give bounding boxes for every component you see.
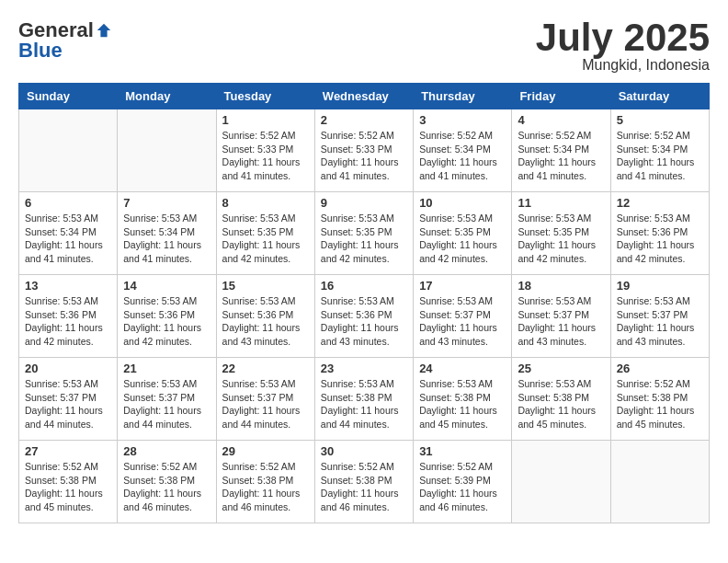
day-number: 13 (25, 279, 111, 293)
day-info: Sunrise: 5:52 AMSunset: 5:34 PMDaylight:… (617, 129, 703, 183)
calendar-cell: 2Sunrise: 5:52 AMSunset: 5:33 PMDaylight… (314, 109, 413, 192)
day-number: 15 (222, 279, 309, 293)
day-info: Sunrise: 5:53 AMSunset: 5:37 PMDaylight:… (123, 377, 210, 431)
day-info: Sunrise: 5:53 AMSunset: 5:35 PMDaylight:… (222, 212, 309, 266)
calendar-cell: 13Sunrise: 5:53 AMSunset: 5:36 PMDayligh… (19, 275, 118, 358)
calendar-cell: 25Sunrise: 5:53 AMSunset: 5:38 PMDayligh… (512, 358, 610, 441)
day-number: 12 (617, 196, 703, 210)
calendar-cell: 28Sunrise: 5:52 AMSunset: 5:38 PMDayligh… (118, 441, 216, 523)
day-number: 4 (518, 113, 604, 127)
day-number: 26 (617, 362, 703, 375)
day-info: Sunrise: 5:53 AMSunset: 5:37 PMDaylight:… (25, 377, 111, 431)
calendar-cell: 11Sunrise: 5:53 AMSunset: 5:35 PMDayligh… (512, 192, 610, 275)
calendar-cell: 19Sunrise: 5:53 AMSunset: 5:37 PMDayligh… (610, 275, 709, 358)
calendar-week-row: 6Sunrise: 5:53 AMSunset: 5:34 PMDaylight… (19, 192, 710, 275)
day-number: 17 (419, 279, 506, 293)
logo-blue: Blue (18, 39, 63, 63)
calendar-cell: 9Sunrise: 5:53 AMSunset: 5:35 PMDaylight… (314, 192, 413, 275)
day-number: 9 (321, 196, 407, 210)
calendar-cell: 20Sunrise: 5:53 AMSunset: 5:37 PMDayligh… (19, 358, 118, 441)
day-number: 8 (222, 196, 309, 210)
day-info: Sunrise: 5:53 AMSunset: 5:38 PMDaylight:… (419, 377, 506, 431)
day-info: Sunrise: 5:53 AMSunset: 5:38 PMDaylight:… (518, 377, 604, 431)
calendar-week-row: 13Sunrise: 5:53 AMSunset: 5:36 PMDayligh… (19, 275, 710, 358)
day-number: 11 (518, 196, 604, 210)
logo-icon (96, 22, 112, 39)
calendar-cell: 1Sunrise: 5:52 AMSunset: 5:33 PMDaylight… (216, 109, 314, 192)
day-info: Sunrise: 5:52 AMSunset: 5:38 PMDaylight:… (222, 460, 309, 514)
day-info: Sunrise: 5:52 AMSunset: 5:38 PMDaylight:… (25, 460, 111, 514)
day-info: Sunrise: 5:53 AMSunset: 5:34 PMDaylight:… (25, 212, 111, 266)
logo: General Blue (18, 18, 112, 63)
calendar-cell: 31Sunrise: 5:52 AMSunset: 5:39 PMDayligh… (414, 441, 512, 523)
day-info: Sunrise: 5:53 AMSunset: 5:36 PMDaylight:… (617, 212, 703, 266)
weekday-header: Saturday (610, 84, 709, 109)
day-number: 16 (321, 279, 407, 293)
calendar-week-row: 20Sunrise: 5:53 AMSunset: 5:37 PMDayligh… (19, 358, 710, 441)
day-number: 2 (321, 113, 407, 127)
weekday-header: Monday (118, 84, 216, 109)
calendar-cell: 5Sunrise: 5:52 AMSunset: 5:34 PMDaylight… (610, 109, 709, 192)
day-info: Sunrise: 5:53 AMSunset: 5:37 PMDaylight:… (518, 294, 604, 349)
calendar-header-row: SundayMondayTuesdayWednesdayThursdayFrid… (19, 84, 710, 109)
title-block: July 2025 Mungkid, Indonesia (536, 18, 710, 74)
day-number: 19 (617, 279, 703, 293)
calendar-cell: 7Sunrise: 5:53 AMSunset: 5:34 PMDaylight… (118, 192, 216, 275)
day-info: Sunrise: 5:53 AMSunset: 5:35 PMDaylight:… (321, 212, 407, 266)
day-info: Sunrise: 5:52 AMSunset: 5:33 PMDaylight:… (222, 129, 309, 183)
day-number: 27 (25, 444, 111, 458)
calendar-cell: 30Sunrise: 5:52 AMSunset: 5:38 PMDayligh… (314, 441, 413, 523)
day-info: Sunrise: 5:53 AMSunset: 5:36 PMDaylight:… (222, 294, 309, 349)
calendar-cell: 17Sunrise: 5:53 AMSunset: 5:37 PMDayligh… (414, 275, 512, 358)
day-number: 21 (123, 362, 210, 375)
day-number: 22 (222, 362, 309, 375)
calendar-cell: 26Sunrise: 5:52 AMSunset: 5:38 PMDayligh… (610, 358, 709, 441)
day-number: 28 (123, 444, 210, 458)
weekday-header: Wednesday (314, 84, 413, 109)
day-number: 30 (321, 444, 407, 458)
day-number: 10 (419, 196, 506, 210)
location: Mungkid, Indonesia (536, 57, 710, 74)
calendar-cell: 4Sunrise: 5:52 AMSunset: 5:34 PMDaylight… (512, 109, 610, 192)
calendar-cell (118, 109, 216, 192)
day-number: 29 (222, 444, 309, 458)
calendar-cell: 29Sunrise: 5:52 AMSunset: 5:38 PMDayligh… (216, 441, 314, 523)
day-info: Sunrise: 5:53 AMSunset: 5:35 PMDaylight:… (419, 212, 506, 266)
calendar-week-row: 1Sunrise: 5:52 AMSunset: 5:33 PMDaylight… (19, 109, 710, 192)
day-info: Sunrise: 5:52 AMSunset: 5:33 PMDaylight:… (321, 129, 407, 183)
day-info: Sunrise: 5:52 AMSunset: 5:38 PMDaylight:… (321, 460, 407, 514)
page-header: General Blue July 2025 Mungkid, Indonesi… (18, 18, 710, 74)
calendar-cell: 23Sunrise: 5:53 AMSunset: 5:38 PMDayligh… (314, 358, 413, 441)
day-number: 1 (222, 113, 309, 127)
day-info: Sunrise: 5:53 AMSunset: 5:36 PMDaylight:… (321, 294, 407, 349)
calendar-cell (512, 441, 610, 523)
calendar-cell: 27Sunrise: 5:52 AMSunset: 5:38 PMDayligh… (19, 441, 118, 523)
day-info: Sunrise: 5:52 AMSunset: 5:38 PMDaylight:… (123, 460, 210, 514)
calendar-cell: 6Sunrise: 5:53 AMSunset: 5:34 PMDaylight… (19, 192, 118, 275)
day-info: Sunrise: 5:53 AMSunset: 5:37 PMDaylight:… (222, 377, 309, 431)
day-info: Sunrise: 5:53 AMSunset: 5:37 PMDaylight:… (419, 294, 506, 349)
day-number: 20 (25, 362, 111, 375)
calendar-cell: 12Sunrise: 5:53 AMSunset: 5:36 PMDayligh… (610, 192, 709, 275)
day-number: 5 (617, 113, 703, 127)
weekday-header: Sunday (19, 84, 118, 109)
day-info: Sunrise: 5:52 AMSunset: 5:34 PMDaylight:… (419, 129, 506, 183)
weekday-header: Thursday (414, 84, 512, 109)
calendar-week-row: 27Sunrise: 5:52 AMSunset: 5:38 PMDayligh… (19, 441, 710, 523)
day-number: 18 (518, 279, 604, 293)
day-number: 23 (321, 362, 407, 375)
day-info: Sunrise: 5:53 AMSunset: 5:36 PMDaylight:… (123, 294, 210, 349)
weekday-header: Tuesday (216, 84, 314, 109)
calendar-cell: 21Sunrise: 5:53 AMSunset: 5:37 PMDayligh… (118, 358, 216, 441)
day-info: Sunrise: 5:52 AMSunset: 5:39 PMDaylight:… (419, 460, 506, 514)
day-number: 25 (518, 362, 604, 375)
day-info: Sunrise: 5:52 AMSunset: 5:38 PMDaylight:… (617, 377, 703, 431)
calendar-cell: 18Sunrise: 5:53 AMSunset: 5:37 PMDayligh… (512, 275, 610, 358)
calendar-cell: 8Sunrise: 5:53 AMSunset: 5:35 PMDaylight… (216, 192, 314, 275)
day-info: Sunrise: 5:53 AMSunset: 5:36 PMDaylight:… (25, 294, 111, 349)
calendar-cell: 3Sunrise: 5:52 AMSunset: 5:34 PMDaylight… (414, 109, 512, 192)
day-info: Sunrise: 5:53 AMSunset: 5:38 PMDaylight:… (321, 377, 407, 431)
calendar-cell: 22Sunrise: 5:53 AMSunset: 5:37 PMDayligh… (216, 358, 314, 441)
day-number: 7 (123, 196, 210, 210)
calendar-table: SundayMondayTuesdayWednesdayThursdayFrid… (18, 83, 710, 523)
